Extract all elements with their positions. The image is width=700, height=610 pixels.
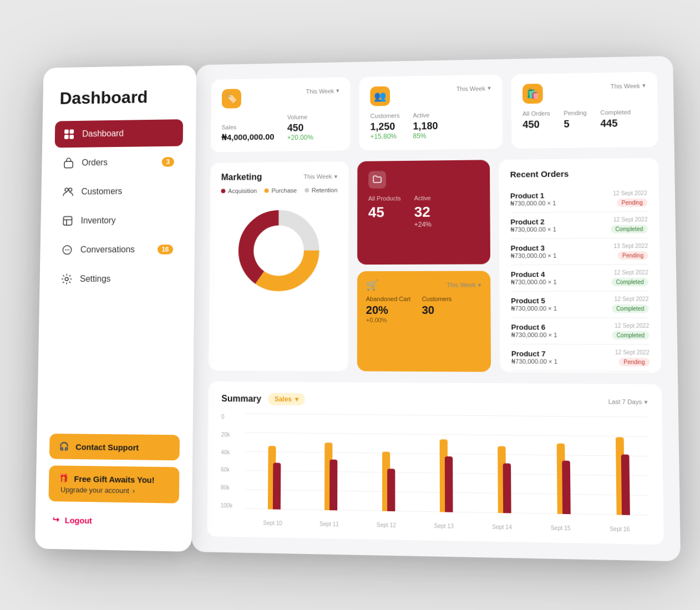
order-price: ₦730,000.00 × 1 — [511, 358, 557, 365]
sales-values: Sales ₦4,000,000.00 Volume 450 +20.00% — [221, 113, 339, 143]
all-products-group: All Products 45 — [368, 195, 401, 228]
orders-all-group: All Orders 450 — [523, 110, 550, 131]
order-price: ₦730,000.00 × 1 — [510, 200, 556, 207]
order-price: ₦730,000.00 × 1 — [511, 331, 557, 338]
summary-time-filter[interactable]: Last 7 Days ▾ — [608, 398, 648, 405]
order-right: 12 Sept 2022 Completed — [611, 216, 648, 233]
sidebar-item-dashboard[interactable]: Dashboard — [55, 119, 183, 148]
cart-customers-group: Customers 30 — [422, 295, 452, 323]
sales-card-header: 🏷️ This Week ▾ — [222, 87, 340, 108]
svg-point-19 — [255, 226, 303, 274]
y-axis: 100k 80k 60k 40k 20k 0 — [221, 414, 244, 509]
recent-orders-card: Recent Orders Product 1 ₦730,000.00 × 1 … — [499, 157, 661, 372]
customers-values: Customers 1,250 +15.80% Active 1,180 85% — [371, 110, 491, 140]
contact-support-button[interactable]: 🎧 Contact Support — [49, 433, 180, 460]
x-label: Sept 10 — [245, 519, 301, 526]
sidebar-item-inventory[interactable]: Inventory — [53, 206, 182, 234]
legend-dot-retention — [305, 188, 309, 192]
app-container: Dashboard Dashboard — [35, 55, 681, 561]
order-info: Product 6 ₦730,000.00 × 1 — [511, 323, 557, 339]
orders-badge: 3 — [162, 157, 174, 167]
svg-point-14 — [65, 277, 68, 281]
svg-point-12 — [67, 249, 68, 250]
status-badge: Completed — [612, 331, 649, 339]
donut-chart-container — [220, 201, 337, 300]
summary-header: Summary Sales ▾ Last 7 Days ▾ — [221, 393, 648, 408]
table-row: Product 2 ₦730,000.00 × 1 12 Sept 2022 C… — [510, 212, 648, 239]
bar-stack — [591, 428, 649, 515]
order-name: Product 7 — [511, 349, 557, 358]
sidebar-dashboard-label: Dashboard — [82, 129, 124, 139]
bar-red — [329, 459, 337, 510]
order-name: Product 3 — [511, 243, 557, 252]
cart-filter[interactable]: This Week ▾ — [447, 281, 481, 288]
order-date: 12 Sept 2022 — [613, 216, 648, 223]
marketing-filter[interactable]: This Week ▾ — [303, 172, 337, 180]
bar-group — [474, 427, 530, 514]
orders-card-header: 🛍️ This Week ▾ — [523, 82, 646, 103]
summary-title: Summary — [221, 394, 261, 404]
status-badge: Pending — [619, 358, 650, 367]
sales-volume: 450 — [287, 122, 313, 134]
customers-filter[interactable]: This Week ▾ — [456, 84, 491, 92]
x-labels: Sept 10Sept 11Sept 12Sept 13Sept 14Sept … — [245, 519, 650, 532]
sales-filter[interactable]: This Week ▾ — [306, 87, 340, 95]
order-date: 12 Sept 2022 — [613, 190, 647, 196]
sidebar-item-settings[interactable]: Settings — [52, 265, 181, 292]
active-products-val: 32 — [414, 203, 432, 220]
orders-stat-card: 🛍️ This Week ▾ All Orders 450 Pending 5 — [511, 72, 658, 149]
orders-pending: 5 — [564, 118, 587, 130]
bag-icon — [63, 157, 74, 169]
order-name: Product 1 — [510, 191, 556, 200]
order-date: 13 Sept 2022 — [613, 242, 648, 248]
legend-purchase: Purchase — [265, 187, 297, 194]
logout-button[interactable]: ↪ Logout — [48, 507, 179, 533]
active-products-change: +24% — [414, 220, 432, 228]
orders-stat-icon: 🛍️ — [523, 83, 543, 103]
donut-chart — [235, 206, 322, 294]
order-info: Product 7 ₦730,000.00 × 1 — [511, 349, 557, 365]
sales-icon: 🏷️ — [222, 89, 241, 108]
table-row: Product 5 ₦730,000.00 × 1 12 Sept 2022 C… — [511, 291, 649, 318]
summary-sales-filter[interactable]: Sales ▾ — [268, 393, 305, 405]
x-label: Sept 14 — [473, 523, 531, 530]
gift-icon: 🎁 — [58, 473, 69, 483]
bar-group — [245, 425, 300, 510]
gift-card-subtitle: Upgrade your account › — [58, 485, 169, 495]
sidebar-item-orders[interactable]: Orders 3 — [54, 148, 183, 176]
sales-volume-change: +20.00% — [287, 133, 313, 141]
order-right: 12 Sept 2022 Completed — [612, 322, 650, 339]
table-row: Product 4 ₦730,000.00 × 1 12 Sept 2022 C… — [511, 265, 649, 291]
recent-orders-title: Recent Orders — [510, 168, 647, 179]
order-right: 12 Sept 2022 Pending — [615, 349, 650, 366]
sidebar-customers-label: Customers — [81, 186, 122, 196]
summary-title-row: Summary Sales ▾ — [221, 393, 305, 405]
bar-group — [358, 426, 414, 511]
folder-icon — [368, 171, 386, 189]
sidebar-item-conversations[interactable]: Conversations 16 — [53, 236, 182, 263]
order-name: Product 2 — [510, 217, 556, 226]
chevron-down-icon: ▾ — [478, 281, 481, 288]
table-row: Product 6 ₦730,000.00 × 1 12 Sept 2022 C… — [511, 318, 649, 344]
order-right: 12 Sept 2022 Completed — [611, 269, 648, 286]
gear-icon — [61, 273, 73, 284]
sales-amount: ₦4,000,000.00 — [221, 131, 274, 142]
bar-group — [591, 428, 649, 515]
sidebar: Dashboard Dashboard — [35, 65, 196, 552]
legend-dot-acquisition — [221, 189, 225, 193]
gift-card[interactable]: 🎁 Free Gift Awaits You! Upgrade your acc… — [49, 465, 180, 503]
legend-retention: Retention — [305, 186, 337, 193]
chevron-down-icon: ▾ — [336, 87, 339, 94]
customers-stat-icon: 👥 — [371, 86, 390, 106]
logout-label: Logout — [65, 515, 92, 525]
cart-rate: 20% — [366, 303, 411, 316]
bars-area — [245, 414, 650, 515]
sidebar-nav: Dashboard Orders 3 — [52, 119, 183, 294]
order-date: 12 Sept 2022 — [614, 269, 648, 275]
order-info: Product 4 ₦730,000.00 × 1 — [511, 270, 557, 286]
product-values: All Products 45 Active 32 +24% — [368, 194, 479, 228]
bar-group — [416, 426, 472, 512]
conversations-badge: 16 — [158, 244, 174, 254]
orders-filter[interactable]: This Week ▾ — [610, 82, 646, 89]
sidebar-item-customers[interactable]: Customers — [54, 177, 182, 205]
